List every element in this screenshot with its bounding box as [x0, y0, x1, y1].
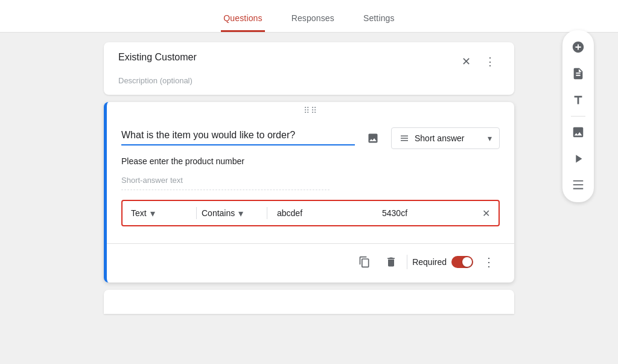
- top-navigation: Questions Responses Settings: [0, 0, 618, 33]
- add-image-sidebar-button[interactable]: [566, 120, 590, 144]
- active-question-card: ⠿⠿: [104, 102, 514, 283]
- question-description: Please enter the product number: [121, 156, 500, 166]
- next-card-partial: [104, 290, 514, 314]
- sidebar-divider: [571, 116, 585, 117]
- required-toggle[interactable]: [451, 256, 473, 268]
- validation-separator-1: [196, 207, 197, 219]
- add-section-button[interactable]: [566, 173, 590, 197]
- copy-icon: [358, 256, 371, 268]
- more-options-button-bottom[interactable]: ⋮: [478, 251, 500, 273]
- question-input[interactable]: [121, 127, 355, 145]
- validation-condition-dropdown[interactable]: Contains ▾: [202, 208, 262, 219]
- validation-row: Text ▾ Contains ▾ abcdef 5430cf ✕: [121, 200, 500, 226]
- answer-type-label: Short answer: [415, 133, 464, 143]
- delete-icon: [385, 256, 397, 268]
- short-answer-placeholder: Short-answer text: [121, 176, 330, 190]
- add-video-button[interactable]: [566, 147, 590, 171]
- action-divider: [407, 255, 407, 269]
- validation-condition-arrow-icon: ▾: [238, 208, 243, 219]
- plus-circle-icon: [572, 40, 585, 54]
- validation-condition-label: Contains: [202, 208, 235, 218]
- add-title-button[interactable]: [566, 88, 590, 112]
- image-sidebar-icon: [572, 126, 585, 139]
- question-row: Short answer ▾: [121, 127, 500, 149]
- import-question-button[interactable]: [566, 62, 590, 86]
- video-icon: [572, 152, 585, 165]
- collapse-button[interactable]: ✕: [456, 52, 476, 71]
- form-area: Existing Customer ✕ ⋮ Description (optio…: [104, 42, 514, 314]
- main-content: Existing Customer ✕ ⋮ Description (optio…: [0, 33, 618, 324]
- existing-customer-card: Existing Customer ✕ ⋮ Description (optio…: [104, 42, 514, 95]
- toggle-knob: [462, 257, 472, 267]
- dropdown-arrow-icon: ▾: [488, 133, 492, 143]
- more-options-button[interactable]: ⋮: [480, 52, 500, 71]
- tab-questions[interactable]: Questions: [221, 7, 264, 32]
- image-icon: [367, 132, 379, 144]
- required-label: Required: [412, 257, 447, 267]
- validation-separator-2: [267, 207, 267, 219]
- bottom-action-row: Required ⋮: [107, 243, 514, 283]
- copy-button[interactable]: [354, 251, 375, 273]
- description-placeholder: Description (optional): [118, 76, 500, 85]
- validation-value2: 5430cf: [377, 208, 477, 218]
- drag-handle: ⠿⠿: [107, 102, 514, 118]
- drag-dots-icon: ⠿⠿: [304, 106, 318, 115]
- add-question-button[interactable]: [566, 35, 590, 59]
- right-sidebar: [562, 30, 594, 202]
- import-icon: [572, 67, 585, 80]
- collapse-icon: ✕: [462, 55, 471, 68]
- tab-responses[interactable]: Responses: [289, 7, 337, 32]
- validation-value1: abcdef: [272, 208, 372, 218]
- validation-close-button[interactable]: ✕: [482, 208, 490, 219]
- app-container: Questions Responses Settings Existing Cu…: [0, 0, 618, 324]
- validation-type-label: Text: [131, 208, 147, 218]
- answer-type-icon: [399, 133, 410, 144]
- add-image-button[interactable]: [362, 127, 384, 149]
- existing-customer-title: Existing Customer: [118, 52, 197, 63]
- card-actions: ✕ ⋮: [456, 52, 500, 71]
- tab-settings[interactable]: Settings: [361, 7, 397, 32]
- answer-type-dropdown[interactable]: Short answer ▾: [391, 127, 500, 149]
- title-icon: [572, 94, 585, 107]
- active-card-inner: Short answer ▾ Please enter the product …: [107, 118, 514, 238]
- more-icon: ⋮: [485, 55, 495, 68]
- validation-type-arrow-icon: ▾: [150, 208, 155, 219]
- more-dots-icon: ⋮: [483, 255, 495, 269]
- section-icon: [572, 179, 585, 192]
- validation-type-dropdown[interactable]: Text ▾: [131, 208, 191, 219]
- delete-button[interactable]: [380, 251, 402, 273]
